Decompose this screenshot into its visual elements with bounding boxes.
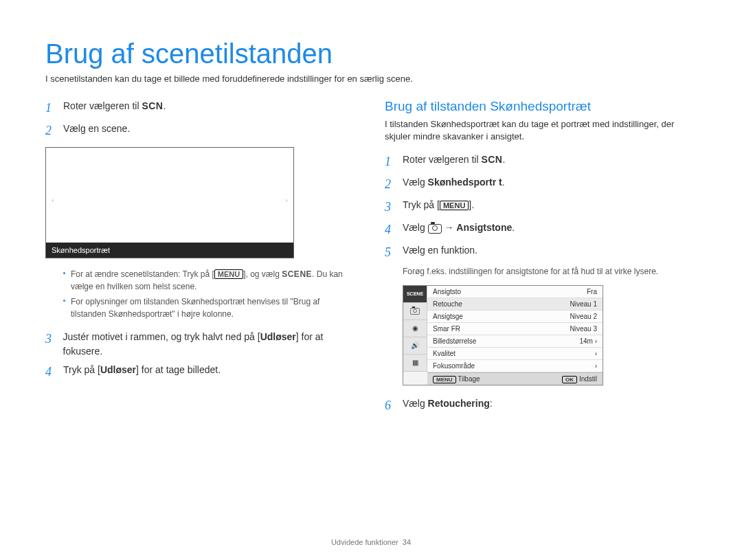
sidebar-video-icon: ◉ [403, 320, 427, 337]
menu-row: Kvalitet› [427, 348, 603, 360]
page-title: Brug af scenetilstanden [45, 38, 697, 69]
camera-menu-main: AnsigtstoFra RetoucheNiveau 1 AnsigtsgeN… [427, 286, 603, 385]
menu-icon: MENU [214, 269, 243, 279]
text: ] for at tage billedet. [136, 364, 221, 375]
scn-icon: SCN [481, 154, 502, 165]
scn-icon: SCN [142, 100, 163, 111]
menu-row: RetoucheNiveau 1 [427, 298, 603, 311]
sidebar-camera-icon [403, 303, 427, 320]
text: Vælg [403, 222, 428, 233]
footer-left: MENU Tilbage [433, 375, 480, 383]
step-text: Vælg en scene. [63, 122, 130, 140]
text: Roter vælgeren til [403, 154, 481, 165]
step-5-note: Forøg f.eks. indstillingen for ansigtsto… [403, 266, 697, 278]
menu-row-label: Ansigtsto [433, 288, 461, 295]
right-step-5: 5 Vælg en funktion. [385, 243, 697, 262]
text: : [490, 398, 493, 409]
right-step-3: 3 Tryk på [MENU]. [385, 198, 697, 216]
preview-arrows: ‹ › [46, 196, 293, 204]
menu-row-label: Retouche [433, 300, 462, 308]
sub-description: I tilstanden Skønhedsportræt kan du tage… [385, 118, 697, 143]
step-number: 1 [385, 153, 396, 171]
bullet-dot [63, 272, 65, 274]
step-number: 4 [385, 221, 396, 239]
menu-row-label: Kvalitet [433, 350, 456, 357]
camera-menu-sidebar: SCENE ◉ 🔊 ▦ [403, 286, 427, 385]
right-step-1: 1 Roter vælgeren til SCN. [385, 153, 697, 171]
text: ]. [469, 199, 474, 210]
step-number: 1 [45, 99, 56, 117]
text: Roter vælgeren til [63, 100, 142, 111]
step-number: 3 [45, 330, 56, 359]
right-step-6: 6 Vælg Retouchering: [385, 396, 697, 415]
step-number: 2 [45, 122, 56, 140]
text: Tryk på [ [63, 364, 100, 375]
sub-heading: Brug af tilstanden Skønhedsportræt [385, 99, 697, 114]
page-footer: Udvidede funktioner 34 [0, 538, 742, 546]
camera-menu: SCENE ◉ 🔊 ▦ AnsigtstoFra RetoucheNiveau … [403, 285, 603, 385]
text: . [502, 177, 505, 188]
step-text: Tryk på [Udløser] for at tage billedet. [63, 363, 221, 381]
step-number: 4 [45, 363, 56, 381]
text: Vælg [403, 177, 428, 188]
menu-row: AnsigtstoFra [427, 286, 603, 298]
two-column-layout: 1 Roter vælgeren til SCN. 2 Vælg en scen… [45, 99, 697, 419]
sidebar-display-icon: ▦ [403, 355, 427, 372]
menu-row-value: Niveau 1 [570, 300, 597, 308]
bullet-1: For at ændre scenetilstanden: Tryk på [M… [63, 268, 357, 293]
menu-row-value: › [595, 350, 597, 357]
footer-section: Udvidede funktioner [331, 538, 398, 546]
text: For at ændre scenetilstanden: Tryk på [ [71, 269, 214, 279]
menu-row: Smar FRNiveau 3 [427, 323, 603, 335]
scene-icon: SCENE [282, 269, 312, 279]
step-text: Roter vælgeren til SCN. [63, 99, 166, 117]
step-text: Tryk på [MENU]. [403, 198, 474, 216]
scene-preview: ‹ › Skønhedsportræt [45, 147, 294, 258]
footer-right-label: Indstil [579, 375, 597, 383]
note-bullets: For at ændre scenetilstanden: Tryk på [M… [63, 268, 357, 320]
sidebar-scene-icon: SCENE [403, 286, 427, 303]
step-text: Vælg → Ansigtstone. [403, 221, 515, 239]
menu-row-label: Smar FR [433, 325, 460, 333]
page: Brug af scenetilstanden I scenetilstande… [0, 0, 742, 560]
menu-icon: MENU [440, 201, 469, 210]
menu-row-value: Niveau 2 [570, 313, 597, 320]
camera-menu-footer: MENU Tilbage OK Indstil [427, 372, 603, 385]
bold-label: Skønhedsportr t [428, 177, 502, 188]
menu-row-label: Billedstørrelse [433, 337, 476, 345]
camera-menu-body: SCENE ◉ 🔊 ▦ AnsigtstoFra RetoucheNiveau … [403, 286, 603, 385]
page-intro: I scenetilstanden kan du tage et billede… [45, 74, 697, 84]
menu-row-value: › [595, 362, 597, 370]
left-step-3: 3 Justér motivet i rammen, og tryk halvt… [45, 330, 357, 359]
left-step-4: 4 Tryk på [Udløser] for at tage billedet… [45, 363, 357, 381]
left-step-2: 2 Vælg en scene. [45, 122, 357, 140]
shutter-label: Udløser [100, 364, 136, 375]
menu-row: AnsigtsgeNiveau 2 [427, 311, 603, 323]
sidebar-sound-icon: 🔊 [403, 337, 427, 355]
text: . [163, 100, 166, 111]
menu-row-value: Niveau 3 [570, 325, 597, 333]
text: . [502, 154, 505, 165]
step-number: 2 [385, 175, 396, 194]
bold-label: Ansigtstone [456, 222, 512, 233]
ok-icon: OK [562, 376, 577, 383]
footer-left-label: Tilbage [458, 375, 480, 383]
camera-icon [428, 224, 442, 234]
step-number: 6 [385, 396, 396, 415]
arrow-right-icon: → [442, 222, 457, 233]
text: Vælg [403, 398, 428, 409]
menu-row-label: Fokusområde [433, 362, 475, 370]
menu-row: Billedstørrelse14m › [427, 335, 603, 348]
chevron-right-icon: › [285, 196, 288, 204]
text: Justér motivet i rammen, og tryk halvt n… [63, 331, 260, 342]
right-step-4: 4 Vælg → Ansigtstone. [385, 221, 697, 239]
text: . [512, 222, 515, 233]
left-column: 1 Roter vælgeren til SCN. 2 Vælg en scen… [45, 99, 357, 419]
menu-row-value: 14m › [579, 337, 597, 345]
right-step-2: 2 Vælg Skønhedsportr t. [385, 175, 697, 194]
footer-right: OK Indstil [562, 375, 597, 383]
menu-row-value: Fra [587, 288, 597, 295]
step-text: Justér motivet i rammen, og tryk halvt n… [63, 330, 357, 359]
text: Tryk på [ [403, 199, 440, 210]
bullet-2: For oplysninger om tilstanden Skønhedspo… [63, 295, 357, 320]
